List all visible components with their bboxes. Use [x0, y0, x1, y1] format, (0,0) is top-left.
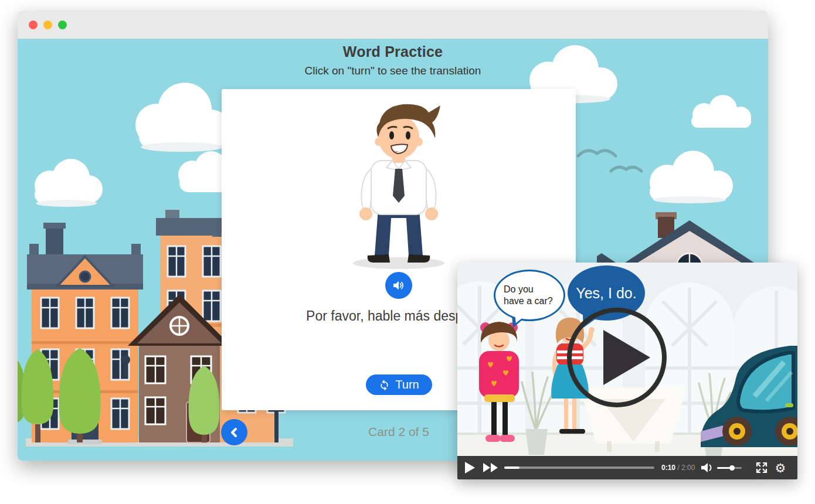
speech-bubble-question: Do you have a car?	[494, 270, 565, 321]
video-controls-bar: 0:10 / 2:00	[457, 456, 797, 479]
play-button[interactable]	[465, 462, 475, 474]
page-title: Word Practice	[18, 43, 768, 60]
fast-forward-icon	[483, 463, 498, 472]
volume-slider[interactable]	[717, 467, 742, 469]
cloud	[126, 79, 232, 155]
settings-gear-icon[interactable]: ⚙	[775, 462, 786, 474]
house-right-illustration	[597, 209, 768, 267]
refresh-icon	[379, 379, 390, 390]
turn-button[interactable]: Turn	[366, 374, 432, 395]
zoom-window-button[interactable]	[58, 21, 67, 29]
duration: / 2:00	[677, 464, 695, 472]
speech-bubble-question-text: Do you have a car?	[504, 284, 555, 307]
big-play-button[interactable]	[562, 303, 671, 414]
cloud	[683, 94, 759, 131]
close-window-button[interactable]	[29, 21, 38, 29]
birds-icon	[575, 145, 657, 181]
minimize-window-button[interactable]	[43, 21, 52, 29]
audio-button[interactable]	[385, 272, 412, 299]
card-counter: Card 2 of 5	[340, 425, 457, 439]
volume-fill	[717, 467, 732, 469]
fast-forward-button[interactable]	[483, 463, 498, 472]
window-titlebar	[18, 11, 768, 39]
speech-bubble-answer-text: Yes, I do.	[576, 285, 636, 302]
man-illustration	[331, 95, 466, 271]
time-display: 0:10 / 2:00	[661, 464, 695, 472]
volume-button[interactable]	[701, 462, 715, 474]
progress-bar[interactable]	[504, 466, 654, 469]
turn-button-label: Turn	[395, 378, 419, 391]
current-time: 0:10	[661, 464, 675, 472]
previous-card-button[interactable]	[221, 419, 247, 445]
page-subtitle: Click on "turn" to see the translation	[18, 64, 768, 77]
cloud	[26, 155, 106, 209]
video-player[interactable]: Do you have a car? Yes, I do.	[457, 263, 797, 479]
fullscreen-button[interactable]	[756, 462, 768, 474]
fullscreen-icon	[756, 462, 768, 474]
volume-icon	[701, 462, 715, 474]
progress-fill	[504, 466, 519, 469]
chevron-left-icon	[229, 427, 240, 438]
speaker-icon	[392, 278, 406, 292]
play-icon	[465, 462, 475, 474]
screenshot-root: Word Practice Click on "turn" to see the…	[0, 0, 815, 504]
play-icon	[562, 303, 671, 412]
bubble-tail	[514, 316, 523, 325]
